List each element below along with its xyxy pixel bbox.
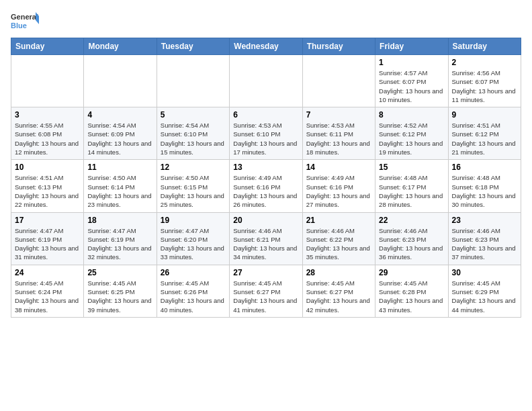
day-number: 20: [233, 216, 298, 225]
calendar-cell: 16Sunrise: 4:48 AM Sunset: 6:18 PM Dayli…: [448, 160, 521, 212]
weekday-header-sunday: Sunday: [11, 38, 84, 55]
day-number: 18: [87, 216, 152, 225]
day-number: 5: [161, 110, 226, 120]
calendar-table: SundayMondayTuesdayWednesdayThursdayFrid…: [11, 38, 521, 318]
calendar-cell: 17Sunrise: 4:47 AM Sunset: 6:19 PM Dayli…: [11, 212, 84, 265]
calendar-cell: 9Sunrise: 4:51 AM Sunset: 6:12 PM Daylig…: [448, 107, 521, 160]
day-info: Sunrise: 4:48 AM Sunset: 6:17 PM Dayligh…: [379, 173, 444, 209]
day-info: Sunrise: 4:45 AM Sunset: 6:27 PM Dayligh…: [306, 279, 371, 314]
day-info: Sunrise: 4:54 AM Sunset: 6:09 PM Dayligh…: [87, 121, 152, 156]
day-info: Sunrise: 4:52 AM Sunset: 6:12 PM Dayligh…: [379, 121, 444, 156]
calendar-cell: 22Sunrise: 4:46 AM Sunset: 6:23 PM Dayli…: [375, 212, 448, 265]
day-number: 2: [452, 58, 517, 67]
calendar-cell: 21Sunrise: 4:46 AM Sunset: 6:22 PM Dayli…: [302, 212, 375, 265]
weekday-header-row: SundayMondayTuesdayWednesdayThursdayFrid…: [11, 38, 521, 55]
weekday-header-friday: Friday: [375, 38, 448, 55]
svg-text:General: General: [11, 13, 38, 21]
day-number: 13: [233, 163, 298, 172]
day-info: Sunrise: 4:57 AM Sunset: 6:07 PM Dayligh…: [379, 68, 444, 104]
calendar-cell: 3Sunrise: 4:55 AM Sunset: 6:08 PM Daylig…: [11, 107, 84, 160]
weekday-header-monday: Monday: [84, 38, 157, 55]
calendar-cell: 10Sunrise: 4:51 AM Sunset: 6:13 PM Dayli…: [11, 160, 84, 212]
day-number: 23: [452, 216, 517, 225]
day-number: 15: [379, 163, 444, 172]
day-info: Sunrise: 4:51 AM Sunset: 6:13 PM Dayligh…: [15, 173, 80, 209]
day-number: 3: [15, 110, 80, 120]
day-number: 4: [87, 110, 152, 120]
week-row-5: 24Sunrise: 4:45 AM Sunset: 6:24 PM Dayli…: [11, 265, 521, 317]
day-number: 22: [379, 216, 444, 225]
day-number: 28: [306, 268, 371, 277]
calendar-cell: 13Sunrise: 4:49 AM Sunset: 6:16 PM Dayli…: [230, 160, 302, 212]
day-info: Sunrise: 4:49 AM Sunset: 6:16 PM Dayligh…: [233, 173, 298, 209]
day-number: 14: [306, 163, 371, 172]
day-info: Sunrise: 4:45 AM Sunset: 6:27 PM Dayligh…: [233, 279, 298, 314]
day-info: Sunrise: 4:55 AM Sunset: 6:08 PM Dayligh…: [15, 121, 80, 156]
day-number: 27: [233, 268, 298, 277]
calendar-cell: 26Sunrise: 4:45 AM Sunset: 6:26 PM Dayli…: [157, 265, 229, 317]
svg-text:Blue: Blue: [11, 21, 27, 30]
calendar-cell: [230, 55, 302, 107]
day-number: 19: [161, 216, 226, 225]
calendar-cell: [11, 55, 84, 107]
weekday-header-wednesday: Wednesday: [230, 38, 302, 55]
day-info: Sunrise: 4:56 AM Sunset: 6:07 PM Dayligh…: [452, 68, 517, 104]
header: General Blue: [11, 11, 521, 32]
calendar-cell: 14Sunrise: 4:49 AM Sunset: 6:16 PM Dayli…: [302, 160, 375, 212]
day-info: Sunrise: 4:45 AM Sunset: 6:24 PM Dayligh…: [15, 279, 80, 314]
day-number: 25: [87, 268, 152, 277]
day-number: 30: [452, 268, 517, 277]
weekday-header-tuesday: Tuesday: [157, 38, 229, 55]
calendar-cell: 1Sunrise: 4:57 AM Sunset: 6:07 PM Daylig…: [375, 55, 448, 107]
day-number: 21: [306, 216, 371, 225]
calendar-cell: 11Sunrise: 4:50 AM Sunset: 6:14 PM Dayli…: [84, 160, 157, 212]
day-number: 12: [161, 163, 226, 172]
calendar-cell: 24Sunrise: 4:45 AM Sunset: 6:24 PM Dayli…: [11, 265, 84, 317]
day-number: 29: [379, 268, 444, 277]
day-info: Sunrise: 4:46 AM Sunset: 6:23 PM Dayligh…: [379, 226, 444, 262]
calendar-cell: 18Sunrise: 4:47 AM Sunset: 6:19 PM Dayli…: [84, 212, 157, 265]
day-number: 17: [15, 216, 80, 225]
logo: General Blue: [11, 11, 39, 32]
day-info: Sunrise: 4:46 AM Sunset: 6:23 PM Dayligh…: [452, 226, 517, 262]
day-number: 24: [15, 268, 80, 277]
weekday-header-thursday: Thursday: [302, 38, 375, 55]
day-info: Sunrise: 4:45 AM Sunset: 6:28 PM Dayligh…: [379, 279, 444, 314]
calendar-cell: 28Sunrise: 4:45 AM Sunset: 6:27 PM Dayli…: [302, 265, 375, 317]
day-number: 16: [452, 163, 517, 172]
day-info: Sunrise: 4:45 AM Sunset: 6:25 PM Dayligh…: [87, 279, 152, 314]
calendar-cell: [157, 55, 229, 107]
day-info: Sunrise: 4:50 AM Sunset: 6:14 PM Dayligh…: [87, 173, 152, 209]
calendar-cell: 2Sunrise: 4:56 AM Sunset: 6:07 PM Daylig…: [448, 55, 521, 107]
day-info: Sunrise: 4:53 AM Sunset: 6:11 PM Dayligh…: [306, 121, 371, 156]
day-info: Sunrise: 4:46 AM Sunset: 6:22 PM Dayligh…: [306, 226, 371, 262]
day-info: Sunrise: 4:51 AM Sunset: 6:12 PM Dayligh…: [452, 121, 517, 156]
day-info: Sunrise: 4:48 AM Sunset: 6:18 PM Dayligh…: [452, 173, 517, 209]
calendar-cell: [84, 55, 157, 107]
calendar-cell: 4Sunrise: 4:54 AM Sunset: 6:09 PM Daylig…: [84, 107, 157, 160]
day-number: 7: [306, 110, 371, 120]
calendar-cell: 25Sunrise: 4:45 AM Sunset: 6:25 PM Dayli…: [84, 265, 157, 317]
logo-icon: General Blue: [11, 11, 39, 32]
day-number: 1: [379, 58, 444, 67]
day-info: Sunrise: 4:47 AM Sunset: 6:19 PM Dayligh…: [15, 226, 80, 262]
day-info: Sunrise: 4:45 AM Sunset: 6:26 PM Dayligh…: [161, 279, 226, 314]
day-number: 11: [87, 163, 152, 172]
day-info: Sunrise: 4:49 AM Sunset: 6:16 PM Dayligh…: [306, 173, 371, 209]
calendar-cell: 19Sunrise: 4:47 AM Sunset: 6:20 PM Dayli…: [157, 212, 229, 265]
day-number: 6: [233, 110, 298, 120]
calendar-cell: 29Sunrise: 4:45 AM Sunset: 6:28 PM Dayli…: [375, 265, 448, 317]
week-row-4: 17Sunrise: 4:47 AM Sunset: 6:19 PM Dayli…: [11, 212, 521, 265]
week-row-2: 3Sunrise: 4:55 AM Sunset: 6:08 PM Daylig…: [11, 107, 521, 160]
day-number: 9: [452, 110, 517, 120]
day-info: Sunrise: 4:54 AM Sunset: 6:10 PM Dayligh…: [161, 121, 226, 156]
day-info: Sunrise: 4:53 AM Sunset: 6:10 PM Dayligh…: [233, 121, 298, 156]
day-info: Sunrise: 4:47 AM Sunset: 6:19 PM Dayligh…: [87, 226, 152, 262]
calendar-cell: 12Sunrise: 4:50 AM Sunset: 6:15 PM Dayli…: [157, 160, 229, 212]
calendar-cell: 27Sunrise: 4:45 AM Sunset: 6:27 PM Dayli…: [230, 265, 302, 317]
day-info: Sunrise: 4:47 AM Sunset: 6:20 PM Dayligh…: [161, 226, 226, 262]
calendar-cell: 20Sunrise: 4:46 AM Sunset: 6:21 PM Dayli…: [230, 212, 302, 265]
calendar-cell: [302, 55, 375, 107]
week-row-3: 10Sunrise: 4:51 AM Sunset: 6:13 PM Dayli…: [11, 160, 521, 212]
calendar-cell: 15Sunrise: 4:48 AM Sunset: 6:17 PM Dayli…: [375, 160, 448, 212]
